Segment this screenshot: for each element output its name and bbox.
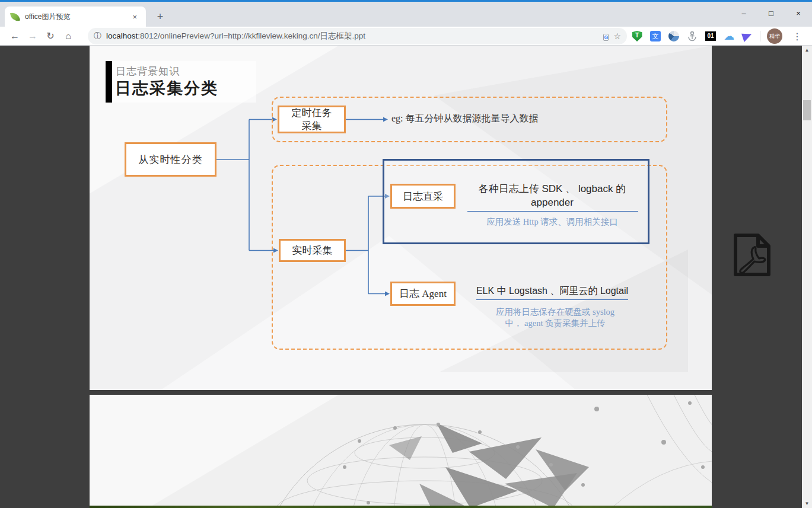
plane-glyph (741, 30, 753, 41)
profile-avatar[interactable]: 精华 (767, 28, 782, 44)
page-info-icon[interactable]: ⓘ (94, 31, 101, 41)
cloud-extension-icon[interactable]: ☁ (723, 30, 735, 42)
browser-toolbar: ← → ↻ ⌂ ⓘ localhost:8012/onlinePreview?u… (0, 27, 812, 46)
slide2-grass-strip (90, 506, 712, 508)
slide-1: 日志背景知识 日志采集分类 从实时性分类 定时任务采集 eg: 每五分钟从数据源… (90, 46, 712, 390)
reload-icon[interactable]: ↻ (42, 30, 59, 41)
direct-desc: 各种日志上传 SDK 、 logback 的 appender (445, 183, 659, 210)
translate-badge: G (603, 34, 609, 41)
node-log-agent: 日志 Agent (390, 282, 456, 306)
anchor-glyph (687, 31, 697, 41)
minimize-button[interactable]: – (730, 2, 757, 24)
download-manager-extension-icon[interactable] (668, 30, 680, 42)
extension-row: T 文 01 ☁ 精华 ⋮ (631, 27, 805, 46)
agent-note-line1: 应用将日志保存在硬盘或 syslog (466, 306, 644, 318)
node-timed-line1: 定时任务 (292, 107, 332, 119)
scrollbar-thumb[interactable] (803, 100, 811, 120)
shield-glyph: T (632, 31, 642, 41)
page-scrollbar[interactable]: ▲ ▼ (802, 46, 812, 508)
forward-icon[interactable]: → (24, 31, 42, 41)
node-root: 从实时性分类 (125, 142, 216, 177)
01-badge: 01 (705, 31, 716, 41)
maximize-button[interactable]: □ (757, 2, 785, 24)
01-extension-icon[interactable]: 01 (705, 30, 717, 42)
tab-title: office图片预览 (25, 12, 129, 22)
home-icon[interactable]: ⌂ (59, 31, 77, 41)
browser-tab[interactable]: office图片预览 × (5, 7, 146, 27)
window-controls: – □ × (730, 2, 812, 25)
toolbar-divider (760, 31, 760, 41)
direct-desc-line1: 各种日志上传 SDK 、 logback 的 (445, 183, 659, 196)
cloud-glyph: ☁ (724, 30, 734, 43)
new-tab-button[interactable]: + (152, 9, 168, 24)
agent-desc-text: ELK 中 Logstash 、阿里云的 Logtail (476, 285, 628, 300)
url-host: localhost (106, 31, 138, 40)
close-button[interactable]: × (785, 2, 812, 24)
bookmark-star-icon[interactable]: ☆ (613, 31, 621, 41)
spring-leaf-favicon-icon (10, 12, 20, 22)
translate-glyph: 文 (650, 31, 661, 41)
pdf-document-icon (728, 232, 773, 278)
preview-page: 日志背景知识 日志采集分类 从实时性分类 定时任务采集 eg: 每五分钟从数据源… (0, 46, 812, 508)
tab-close-icon[interactable]: × (129, 11, 140, 23)
agent-note: 应用将日志保存在硬盘或 syslog 中， agent 负责采集并上传 (466, 306, 644, 329)
tab-strip: office图片预览 × + – □ × (0, 2, 812, 27)
timed-example-text: eg: 每五分钟从数据源批量导入数据 (391, 113, 539, 125)
url-rest: :8012/onlinePreview?url=http://kkfilevie… (138, 31, 365, 40)
chrome-menu-icon[interactable]: ⋮ (789, 31, 805, 42)
back-icon[interactable]: ← (6, 31, 24, 41)
url-text[interactable]: localhost:8012/onlinePreview?url=http://… (106, 31, 598, 41)
node-timed-line2: 采集 (292, 120, 332, 132)
paper-plane-extension-icon[interactable] (741, 30, 753, 42)
scroll-down-icon[interactable]: ▼ (802, 499, 812, 508)
node-timed-collect: 定时任务采集 (278, 106, 346, 133)
direct-underline (467, 211, 638, 212)
anchor-extension-icon[interactable] (686, 30, 698, 42)
scroll-up-icon[interactable]: ▲ (802, 46, 812, 55)
translate-page-icon[interactable]: G (603, 31, 609, 41)
direct-note: 应用发送 Http 请求、调用相关接口 (445, 216, 659, 228)
lens-glyph (668, 31, 679, 41)
address-bar[interactable]: ⓘ localhost:8012/onlinePreview?url=http:… (88, 28, 627, 44)
slide-separator (90, 390, 712, 395)
direct-desc-line2: appender (445, 196, 659, 210)
shield-extension-icon[interactable]: T (631, 30, 643, 42)
translate-extension-icon[interactable]: 文 (649, 30, 661, 42)
agent-desc: ELK 中 Logstash 、阿里云的 Logtail (451, 285, 653, 300)
browser-window: office图片预览 × + – □ × ← → ↻ ⌂ ⓘ localhost… (0, 0, 812, 508)
pdf-export-button[interactable] (728, 232, 773, 278)
agent-note-line2: 中， agent 负责采集并上传 (466, 318, 644, 329)
node-realtime-collect: 实时采集 (279, 239, 346, 262)
slide-2 (90, 395, 712, 508)
